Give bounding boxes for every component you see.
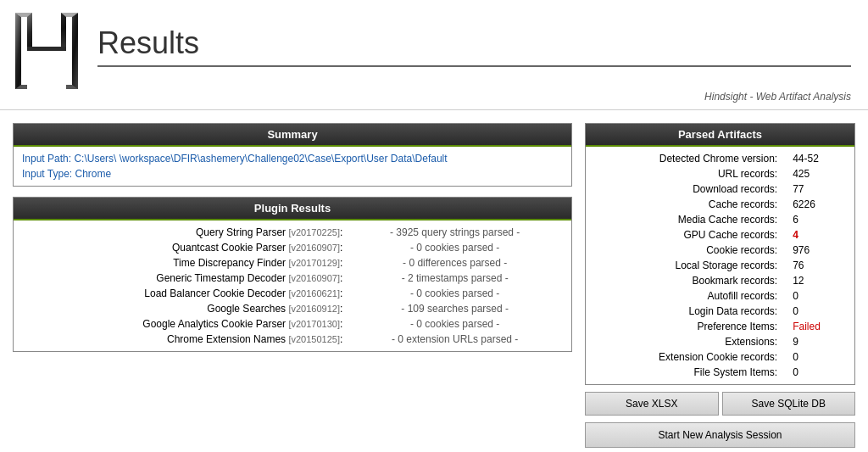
- page-title: Results: [97, 8, 851, 67]
- artifact-label: Cache records:: [594, 197, 784, 212]
- artifact-value: 425: [784, 166, 846, 181]
- plugin-name-cell: Quantcast Cookie Parser [v20160907]:: [22, 240, 347, 255]
- plugin-result-cell: - 109 searches parsed -: [347, 301, 563, 316]
- artifact-label: Cookie records:: [594, 243, 784, 258]
- artifact-row: Cache records: 6226: [594, 197, 846, 212]
- artifact-label: Login Data records:: [594, 304, 784, 319]
- artifacts-table: Detected Chrome version: 44-52 URL recor…: [594, 151, 846, 380]
- artifact-label: Download records:: [594, 181, 784, 197]
- plugin-result-cell: - 0 cookies parsed -: [347, 316, 563, 332]
- artifact-label: Detected Chrome version:: [594, 151, 784, 166]
- input-type-value: Chrome: [75, 168, 112, 180]
- artifacts-panel: Parsed Artifacts Detected Chrome version…: [585, 123, 855, 385]
- artifact-value: 76: [784, 258, 846, 273]
- main-content: Summary Input Path: C:\Users\ \workspace…: [0, 110, 868, 452]
- save-xlsx-button[interactable]: Save XLSX: [585, 392, 719, 416]
- plugin-row: Load Balancer Cookie Decoder [v20160621]…: [22, 286, 563, 301]
- artifact-value: 6: [784, 212, 846, 227]
- page-header: Results Hindsight - Web Artifact Analysi…: [0, 0, 868, 110]
- svg-rect-5: [27, 47, 66, 51]
- artifact-label: Media Cache records:: [594, 212, 784, 227]
- artifact-label: Preference Items:: [594, 319, 784, 334]
- svg-marker-0: [15, 13, 78, 49]
- artifact-row: Extensions: 9: [594, 334, 846, 349]
- artifact-value: 0: [784, 288, 846, 304]
- summary-header: Summary: [14, 124, 571, 147]
- artifact-label: Extension Cookie records:: [594, 349, 784, 365]
- plugin-version: [v20170129]: [288, 258, 340, 268]
- plugin-result-cell: - 0 cookies parsed -: [347, 286, 563, 301]
- artifacts-body: Detected Chrome version: 44-52 URL recor…: [586, 147, 854, 384]
- plugin-panel: Plugin Results Query String Parser [v201…: [13, 197, 572, 352]
- svg-marker-2: [66, 13, 78, 89]
- plugin-row: Google Analytics Cookie Parser [v2017013…: [22, 316, 563, 332]
- save-buttons-row: Save XLSX Save SQLite DB: [585, 392, 855, 416]
- plugin-result-cell: - 0 extension URLs parsed -: [347, 332, 563, 347]
- artifact-value: 0: [784, 365, 846, 380]
- artifact-label: Bookmark records:: [594, 273, 784, 288]
- plugin-version: [v20160912]: [288, 304, 340, 314]
- plugin-row: Time Discrepancy Finder [v20170129]: - 0…: [22, 255, 563, 271]
- plugin-row: Quantcast Cookie Parser [v20160907]: - 0…: [22, 240, 563, 255]
- plugin-result-cell: - 2 timestamps parsed -: [347, 271, 563, 286]
- plugin-name: Google Analytics Cookie Parser: [142, 318, 286, 330]
- new-session-button[interactable]: Start New Analysis Session: [585, 422, 855, 448]
- artifact-value: 0: [784, 349, 846, 365]
- plugin-name-cell: Google Analytics Cookie Parser [v2017013…: [22, 316, 347, 332]
- plugin-version: [v20160621]: [288, 288, 340, 299]
- plugin-name: Query String Parser: [196, 226, 286, 238]
- summary-panel: Summary Input Path: C:\Users\ \workspace…: [13, 123, 572, 187]
- input-path-row: Input Path: C:\Users\ \workspace\DFIR\as…: [22, 151, 563, 166]
- artifact-value: 44-52: [784, 151, 846, 166]
- logo: [8, 8, 85, 93]
- plugin-name-cell: Query String Parser [v20170225]:: [22, 225, 347, 240]
- artifact-row: Cookie records: 976: [594, 243, 846, 258]
- plugin-row: Query String Parser [v20170225]: - 3925 …: [22, 225, 563, 240]
- plugin-result-cell: - 0 differences parsed -: [347, 255, 563, 271]
- plugin-name: Google Searches: [207, 303, 286, 315]
- artifacts-header: Parsed Artifacts: [586, 124, 854, 147]
- plugin-name-cell: Chrome Extension Names [v20150125]:: [22, 332, 347, 347]
- artifact-row: Preference Items: Failed: [594, 319, 846, 334]
- input-type-label: Input Type:: [22, 168, 72, 180]
- plugin-name-cell: Load Balancer Cookie Decoder [v20160621]…: [22, 286, 347, 301]
- artifact-row: Download records: 77: [594, 181, 846, 197]
- plugin-version: [v20160907]: [288, 273, 340, 283]
- app-subtitle: Hindsight - Web Artifact Analysis: [704, 91, 851, 103]
- artifact-label: Extensions:: [594, 334, 784, 349]
- artifact-value: 6226: [784, 197, 846, 212]
- plugin-row: Google Searches [v20160912]: - 109 searc…: [22, 301, 563, 316]
- plugin-name: Time Discrepancy Finder: [173, 257, 286, 269]
- artifact-row: Detected Chrome version: 44-52: [594, 151, 846, 166]
- left-panel: Summary Input Path: C:\Users\ \workspace…: [13, 123, 572, 439]
- artifact-value: 9: [784, 334, 846, 349]
- artifact-label: URL records:: [594, 166, 784, 181]
- artifact-value: Failed: [784, 319, 846, 334]
- plugin-name: Load Balancer Cookie Decoder: [144, 287, 286, 299]
- artifact-row: Bookmark records: 12: [594, 273, 846, 288]
- artifact-value: 12: [784, 273, 846, 288]
- plugin-version: [v20150125]: [288, 334, 340, 344]
- plugin-name: Quantcast Cookie Parser: [172, 242, 286, 254]
- input-path-value: C:\Users\ \workspace\DFIR\ashemery\Chall…: [74, 153, 447, 165]
- artifact-label: Local Storage records:: [594, 258, 784, 273]
- plugin-name: Generic Timestamp Decoder: [156, 272, 286, 284]
- input-type-row: Input Type: Chrome: [22, 166, 563, 181]
- plugin-result-cell: - 3925 query strings parsed -: [347, 225, 563, 240]
- plugin-name: Chrome Extension Names: [167, 333, 286, 345]
- artifact-value: 976: [784, 243, 846, 258]
- artifact-row: Extension Cookie records: 0: [594, 349, 846, 365]
- save-sqlite-button[interactable]: Save SQLite DB: [722, 392, 856, 416]
- artifact-label: GPU Cache records:: [594, 227, 784, 243]
- artifact-row: GPU Cache records: 4: [594, 227, 846, 243]
- plugin-table: Query String Parser [v20170225]: - 3925 …: [22, 225, 563, 347]
- artifact-label: File System Items:: [594, 365, 784, 380]
- artifact-row: Local Storage records: 76: [594, 258, 846, 273]
- new-session-row: Start New Analysis Session: [585, 422, 855, 448]
- right-panel: Parsed Artifacts Detected Chrome version…: [585, 123, 855, 439]
- artifact-row: File System Items: 0: [594, 365, 846, 380]
- artifact-row: Login Data records: 0: [594, 304, 846, 319]
- plugin-row: Generic Timestamp Decoder [v20160907]: -…: [22, 271, 563, 286]
- artifact-row: Autofill records: 0: [594, 288, 846, 304]
- summary-body: Input Path: C:\Users\ \workspace\DFIR\as…: [14, 147, 571, 186]
